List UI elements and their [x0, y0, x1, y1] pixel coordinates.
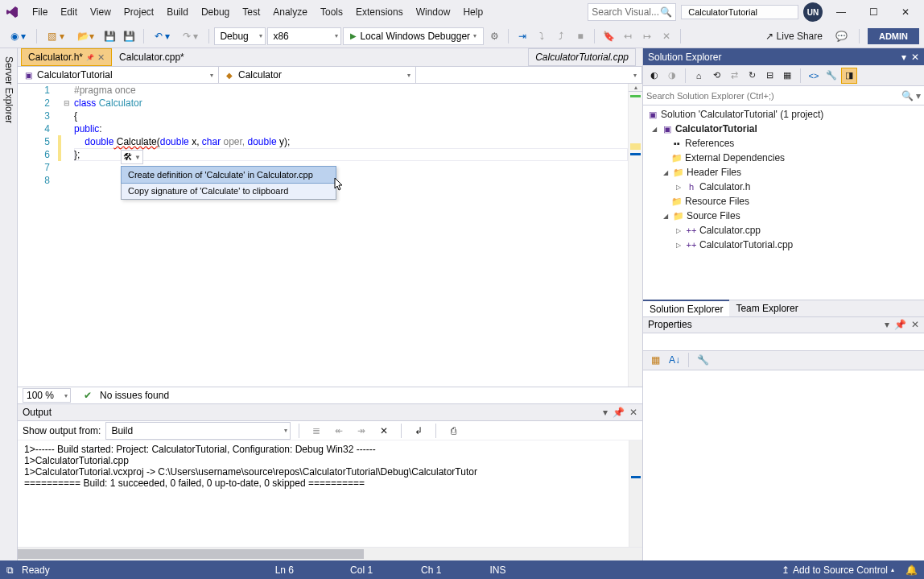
- nav-back-button[interactable]: ◉ ▾: [5, 27, 31, 45]
- notifications-icon[interactable]: 🔔: [905, 565, 918, 576]
- admin-badge[interactable]: ADMIN: [868, 28, 919, 44]
- menu-test[interactable]: Test: [236, 3, 266, 21]
- output-prev-button[interactable]: ↞: [330, 422, 348, 440]
- maximize-button[interactable]: ☐: [860, 2, 887, 22]
- configuration-combo[interactable]: Debug: [214, 27, 266, 45]
- se-search[interactable]: 🔍 ▾: [643, 86, 924, 105]
- tree-calc-h[interactable]: ▷ h Calculator.h: [643, 180, 924, 194]
- properties-header[interactable]: Properties ▾ 📌 ✕: [643, 316, 924, 333]
- property-pages-button[interactable]: 🔧: [694, 351, 712, 369]
- add-source-control-button[interactable]: ↥ Add to Source Control ▴: [782, 565, 894, 576]
- zoom-combo[interactable]: 100 %: [23, 388, 71, 403]
- menu-extensions[interactable]: Extensions: [349, 3, 410, 21]
- se-show-all-button[interactable]: ▦: [779, 68, 795, 84]
- menu-help[interactable]: Help: [456, 3, 489, 21]
- tab-calculator-h[interactable]: Calculator.h* 📌 ✕: [21, 48, 112, 66]
- menu-edit[interactable]: Edit: [54, 3, 84, 21]
- tab-solution-explorer[interactable]: Solution Explorer: [643, 300, 729, 316]
- nav-member-combo[interactable]: [416, 67, 642, 83]
- se-home-button[interactable]: ⌂: [691, 68, 707, 84]
- close-icon[interactable]: ✕: [629, 407, 637, 418]
- tree-external-deps[interactable]: 📁 External Dependencies: [643, 151, 924, 165]
- menu-project[interactable]: Project: [118, 3, 160, 21]
- quick-action-copy-signature[interactable]: Copy signature of 'Calculate' to clipboa…: [122, 183, 336, 199]
- se-refresh-button[interactable]: ↻: [744, 68, 760, 84]
- live-share-button[interactable]: ↗ Live Share: [760, 27, 828, 45]
- se-filter-button[interactable]: ⇄: [726, 68, 742, 84]
- se-properties-button[interactable]: 🔧: [823, 68, 839, 84]
- tree-calc-cpp[interactable]: ▷ ++ Calculator.cpp: [643, 223, 924, 238]
- outlining-margin[interactable]: ⊟: [61, 84, 72, 387]
- expand-icon[interactable]: ◢: [661, 213, 670, 220]
- window-position-icon[interactable]: ▾: [885, 319, 889, 330]
- output-find-button[interactable]: ⎙: [444, 422, 462, 440]
- expand-icon[interactable]: ▷: [674, 184, 683, 191]
- lightbulb-button[interactable]: 🛠 ▼: [121, 150, 143, 164]
- tab-close-icon[interactable]: ✕: [97, 52, 105, 63]
- tree-references[interactable]: ▪▪ References: [643, 136, 924, 151]
- start-debug-button[interactable]: ▶ Local Windows Debugger ▾: [343, 27, 484, 45]
- output-goto-button[interactable]: ≣: [307, 422, 325, 440]
- nav-scope-combo[interactable]: ◆ Calculator: [219, 67, 416, 83]
- new-project-button[interactable]: ▧ ▾: [42, 27, 69, 45]
- output-header[interactable]: Output ▾ 📌 ✕: [18, 404, 642, 421]
- categorized-button[interactable]: ▦: [646, 351, 664, 369]
- se-back-button[interactable]: ◐: [646, 68, 662, 84]
- server-explorer-tab[interactable]: Server Explorer: [2, 53, 16, 556]
- menu-window[interactable]: Window: [410, 3, 457, 21]
- menu-analyze[interactable]: Analyze: [266, 3, 314, 21]
- feedback-button[interactable]: 💬: [833, 27, 851, 45]
- output-clear-button[interactable]: ✕: [375, 422, 393, 440]
- tab-team-explorer[interactable]: Team Explorer: [729, 300, 804, 316]
- tree-resource-files[interactable]: 📁 Resource Files: [643, 194, 924, 209]
- tab-calculator-cpp[interactable]: Calculator.cpp*: [112, 48, 192, 66]
- bookmark-button[interactable]: 🔖: [600, 27, 617, 45]
- minimize-button[interactable]: —: [827, 2, 855, 22]
- menu-view[interactable]: View: [84, 3, 118, 21]
- alphabetical-button[interactable]: A↓: [666, 351, 683, 369]
- pin-icon[interactable]: 📌: [613, 407, 625, 418]
- split-icon[interactable]: ▴: [629, 84, 642, 92]
- nav-project-combo[interactable]: ▣ CalculatorTutorial: [18, 67, 219, 83]
- platform-combo[interactable]: x86: [267, 27, 341, 45]
- undo-button[interactable]: ↶ ▾: [149, 27, 175, 45]
- save-button[interactable]: 💾: [101, 27, 119, 45]
- open-button[interactable]: 📂▾: [72, 27, 100, 45]
- se-search-input[interactable]: [646, 91, 901, 101]
- close-button[interactable]: ✕: [892, 2, 919, 22]
- clear-bookmarks[interactable]: ✕: [658, 27, 675, 45]
- output-v-scrollbar[interactable]: [629, 440, 642, 547]
- step-over-button[interactable]: ⤵: [533, 27, 551, 45]
- step-into-button[interactable]: ⇥: [514, 27, 531, 45]
- editor-vertical-scrollbar[interactable]: ▴: [628, 84, 642, 387]
- properties-object-combo[interactable]: [643, 333, 924, 351]
- project-name[interactable]: CalculatorTutorial: [681, 5, 798, 19]
- expand-icon[interactable]: ▷: [674, 242, 683, 249]
- se-sync-button[interactable]: ⟲: [708, 68, 724, 84]
- window-position-icon[interactable]: ▾: [603, 407, 608, 418]
- solution-explorer-header[interactable]: Solution Explorer ▾ ✕: [643, 48, 924, 65]
- next-bookmark[interactable]: ↦: [638, 27, 656, 45]
- output-source-combo[interactable]: Build: [105, 422, 291, 440]
- redo-button[interactable]: ↷ ▾: [177, 27, 204, 45]
- prev-bookmark[interactable]: ↤: [619, 27, 637, 45]
- tab-preview-tutorial-cpp[interactable]: CalculatorTutorial.cpp: [528, 48, 636, 66]
- output-next-button[interactable]: ↠: [353, 422, 370, 440]
- se-tree[interactable]: ▣ Solution 'CalculatorTutorial' (1 proje…: [643, 105, 924, 300]
- se-collapse-button[interactable]: ⊟: [761, 68, 778, 84]
- se-view-code-button[interactable]: <>: [806, 68, 822, 84]
- menu-tools[interactable]: Tools: [314, 3, 349, 21]
- tree-tutorial-cpp[interactable]: ▷ ++ CalculatorTutorial.cpp: [643, 238, 924, 252]
- expand-icon[interactable]: ◢: [661, 169, 670, 176]
- close-icon[interactable]: ✕: [911, 52, 919, 63]
- output-body[interactable]: 1>------ Build started: Project: Calcula…: [18, 440, 642, 547]
- menu-build[interactable]: Build: [160, 3, 195, 21]
- expand-icon[interactable]: ▷: [674, 227, 683, 234]
- output-h-scrollbar[interactable]: [18, 547, 642, 560]
- menu-file[interactable]: File: [26, 3, 54, 21]
- code-editor[interactable]: 1 2 3 4 5 6 7 8 ⊟ #pragma once class Cal…: [18, 84, 642, 387]
- step-out-button[interactable]: ⤴: [552, 27, 570, 45]
- expand-icon[interactable]: ◢: [650, 126, 659, 133]
- quick-action-create-definition[interactable]: Create definition of 'Calculate' in Calc…: [121, 166, 336, 184]
- close-icon[interactable]: ✕: [911, 319, 919, 330]
